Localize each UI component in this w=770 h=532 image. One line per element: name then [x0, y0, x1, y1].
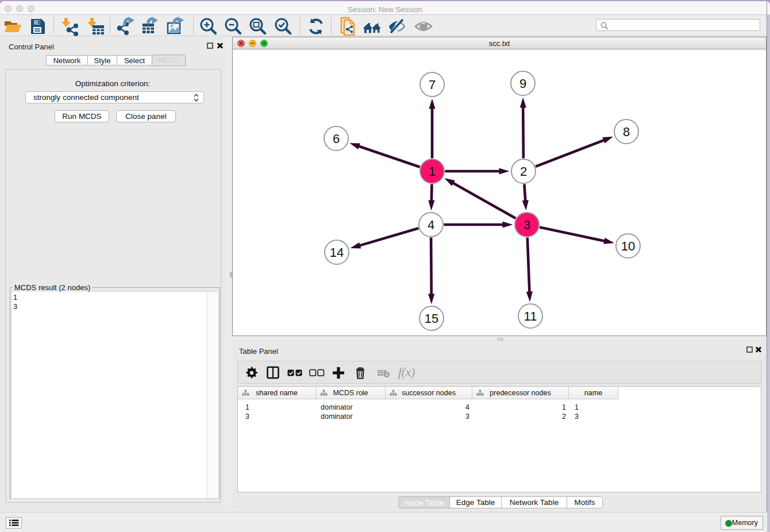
- svg-text:14: 14: [330, 245, 344, 260]
- svg-text:3: 3: [523, 218, 530, 232]
- svg-text:1: 1: [429, 164, 436, 179]
- svg-text:8: 8: [623, 125, 630, 139]
- svg-text:2: 2: [520, 164, 527, 179]
- svg-text:15: 15: [425, 311, 438, 326]
- svg-text:4: 4: [428, 218, 434, 232]
- svg-text:6: 6: [333, 132, 340, 146]
- svg-text:f(x): f(x): [398, 365, 415, 379]
- svg-text:10: 10: [621, 239, 635, 253]
- svg-text:9: 9: [519, 76, 526, 91]
- svg-text:11: 11: [524, 309, 537, 323]
- svg-text:7: 7: [429, 78, 436, 92]
